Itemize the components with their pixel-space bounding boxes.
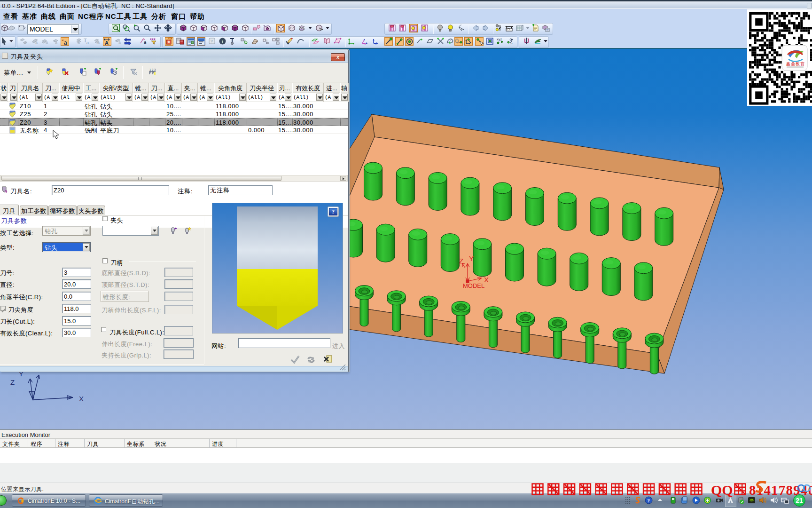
svg-text:X: X <box>484 276 489 284</box>
svg-text:a: a <box>55 40 57 45</box>
svg-text:xyz: xyz <box>497 37 502 41</box>
svg-text:Z: Z <box>459 257 463 265</box>
svg-text:x: x <box>511 42 513 45</box>
svg-text:鑫鼎教育: 鑫鼎教育 <box>786 62 805 66</box>
svg-text:Z: Z <box>10 378 15 386</box>
svg-text:Y: Y <box>469 254 474 262</box>
svg-text:X: X <box>79 395 84 403</box>
svg-text:QQ: QQ <box>711 482 733 498</box>
svg-text:A: A <box>105 40 109 46</box>
svg-text:i: i <box>222 39 223 44</box>
svg-text:a: a <box>24 40 26 45</box>
svg-text:a: a <box>46 40 48 45</box>
svg-text:a: a <box>86 40 89 45</box>
svg-text:?: ? <box>211 39 213 44</box>
svg-text:a: a <box>78 40 80 45</box>
svg-text:?: ? <box>648 498 650 503</box>
svg-text:a: a <box>64 40 67 46</box>
svg-text:a: a <box>35 40 38 45</box>
svg-text:a: a <box>97 40 100 45</box>
svg-text:a: a <box>118 40 121 45</box>
svg-text:a: a <box>144 40 147 45</box>
svg-text:MODEL: MODEL <box>463 282 484 289</box>
svg-text:1 2 3: 1 2 3 <box>149 68 156 71</box>
